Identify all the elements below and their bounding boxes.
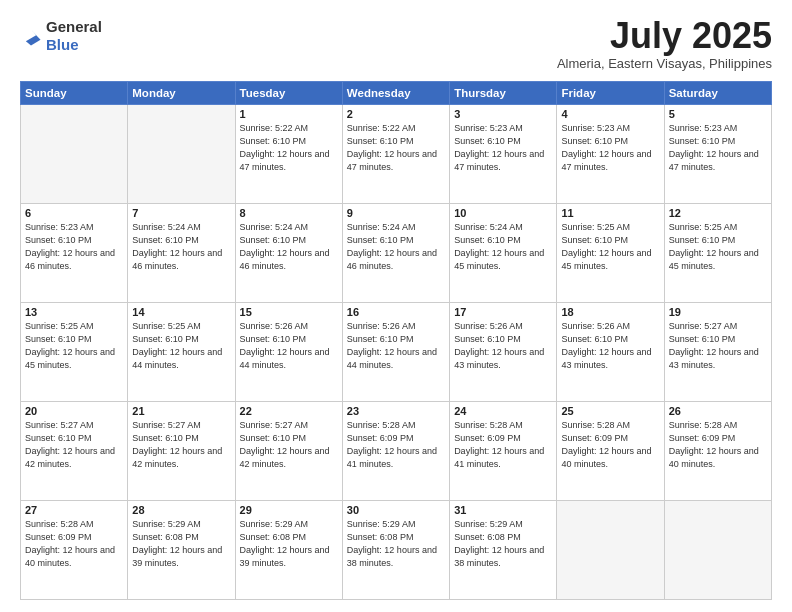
table-row: 21Sunrise: 5:27 AM Sunset: 6:10 PM Dayli… bbox=[128, 402, 235, 501]
table-row: 19Sunrise: 5:27 AM Sunset: 6:10 PM Dayli… bbox=[664, 303, 771, 402]
logo-text: General Blue bbox=[46, 18, 102, 54]
day-number: 18 bbox=[561, 306, 659, 318]
table-row bbox=[557, 501, 664, 600]
day-detail: Sunrise: 5:25 AM Sunset: 6:10 PM Dayligh… bbox=[132, 320, 230, 372]
day-number: 12 bbox=[669, 207, 767, 219]
table-row: 7Sunrise: 5:24 AM Sunset: 6:10 PM Daylig… bbox=[128, 204, 235, 303]
calendar-week-row: 1Sunrise: 5:22 AM Sunset: 6:10 PM Daylig… bbox=[21, 105, 772, 204]
table-row: 3Sunrise: 5:23 AM Sunset: 6:10 PM Daylig… bbox=[450, 105, 557, 204]
day-number: 22 bbox=[240, 405, 338, 417]
table-row: 16Sunrise: 5:26 AM Sunset: 6:10 PM Dayli… bbox=[342, 303, 449, 402]
col-monday: Monday bbox=[128, 82, 235, 105]
day-detail: Sunrise: 5:28 AM Sunset: 6:09 PM Dayligh… bbox=[347, 419, 445, 471]
day-number: 15 bbox=[240, 306, 338, 318]
day-number: 16 bbox=[347, 306, 445, 318]
table-row bbox=[21, 105, 128, 204]
table-row: 14Sunrise: 5:25 AM Sunset: 6:10 PM Dayli… bbox=[128, 303, 235, 402]
day-detail: Sunrise: 5:28 AM Sunset: 6:09 PM Dayligh… bbox=[25, 518, 123, 570]
title-block: July 2025 Almeria, Eastern Visayas, Phil… bbox=[557, 18, 772, 71]
title-location: Almeria, Eastern Visayas, Philippines bbox=[557, 56, 772, 71]
day-detail: Sunrise: 5:25 AM Sunset: 6:10 PM Dayligh… bbox=[25, 320, 123, 372]
day-number: 14 bbox=[132, 306, 230, 318]
day-detail: Sunrise: 5:26 AM Sunset: 6:10 PM Dayligh… bbox=[240, 320, 338, 372]
day-number: 7 bbox=[132, 207, 230, 219]
day-detail: Sunrise: 5:24 AM Sunset: 6:10 PM Dayligh… bbox=[347, 221, 445, 273]
day-number: 31 bbox=[454, 504, 552, 516]
day-detail: Sunrise: 5:22 AM Sunset: 6:10 PM Dayligh… bbox=[347, 122, 445, 174]
day-number: 3 bbox=[454, 108, 552, 120]
table-row: 4Sunrise: 5:23 AM Sunset: 6:10 PM Daylig… bbox=[557, 105, 664, 204]
table-row: 5Sunrise: 5:23 AM Sunset: 6:10 PM Daylig… bbox=[664, 105, 771, 204]
day-detail: Sunrise: 5:29 AM Sunset: 6:08 PM Dayligh… bbox=[240, 518, 338, 570]
logo-icon bbox=[20, 25, 42, 47]
svg-marker-1 bbox=[26, 35, 41, 45]
day-number: 9 bbox=[347, 207, 445, 219]
header: General Blue July 2025 Almeria, Eastern … bbox=[20, 18, 772, 71]
day-number: 25 bbox=[561, 405, 659, 417]
day-number: 2 bbox=[347, 108, 445, 120]
table-row: 24Sunrise: 5:28 AM Sunset: 6:09 PM Dayli… bbox=[450, 402, 557, 501]
calendar-header-row: Sunday Monday Tuesday Wednesday Thursday… bbox=[21, 82, 772, 105]
table-row: 18Sunrise: 5:26 AM Sunset: 6:10 PM Dayli… bbox=[557, 303, 664, 402]
title-month: July 2025 bbox=[557, 18, 772, 54]
day-detail: Sunrise: 5:24 AM Sunset: 6:10 PM Dayligh… bbox=[454, 221, 552, 273]
table-row: 15Sunrise: 5:26 AM Sunset: 6:10 PM Dayli… bbox=[235, 303, 342, 402]
col-thursday: Thursday bbox=[450, 82, 557, 105]
calendar-week-row: 27Sunrise: 5:28 AM Sunset: 6:09 PM Dayli… bbox=[21, 501, 772, 600]
day-number: 1 bbox=[240, 108, 338, 120]
table-row: 13Sunrise: 5:25 AM Sunset: 6:10 PM Dayli… bbox=[21, 303, 128, 402]
day-number: 19 bbox=[669, 306, 767, 318]
day-number: 23 bbox=[347, 405, 445, 417]
table-row bbox=[664, 501, 771, 600]
calendar-week-row: 6Sunrise: 5:23 AM Sunset: 6:10 PM Daylig… bbox=[21, 204, 772, 303]
table-row: 1Sunrise: 5:22 AM Sunset: 6:10 PM Daylig… bbox=[235, 105, 342, 204]
day-number: 11 bbox=[561, 207, 659, 219]
day-detail: Sunrise: 5:28 AM Sunset: 6:09 PM Dayligh… bbox=[561, 419, 659, 471]
day-detail: Sunrise: 5:25 AM Sunset: 6:10 PM Dayligh… bbox=[561, 221, 659, 273]
day-detail: Sunrise: 5:22 AM Sunset: 6:10 PM Dayligh… bbox=[240, 122, 338, 174]
day-detail: Sunrise: 5:26 AM Sunset: 6:10 PM Dayligh… bbox=[347, 320, 445, 372]
col-sunday: Sunday bbox=[21, 82, 128, 105]
page: General Blue July 2025 Almeria, Eastern … bbox=[0, 0, 792, 612]
day-number: 8 bbox=[240, 207, 338, 219]
logo-general: General bbox=[46, 18, 102, 35]
table-row: 30Sunrise: 5:29 AM Sunset: 6:08 PM Dayli… bbox=[342, 501, 449, 600]
day-detail: Sunrise: 5:27 AM Sunset: 6:10 PM Dayligh… bbox=[240, 419, 338, 471]
table-row: 27Sunrise: 5:28 AM Sunset: 6:09 PM Dayli… bbox=[21, 501, 128, 600]
day-number: 30 bbox=[347, 504, 445, 516]
col-friday: Friday bbox=[557, 82, 664, 105]
day-detail: Sunrise: 5:26 AM Sunset: 6:10 PM Dayligh… bbox=[454, 320, 552, 372]
table-row: 6Sunrise: 5:23 AM Sunset: 6:10 PM Daylig… bbox=[21, 204, 128, 303]
table-row: 17Sunrise: 5:26 AM Sunset: 6:10 PM Dayli… bbox=[450, 303, 557, 402]
day-detail: Sunrise: 5:23 AM Sunset: 6:10 PM Dayligh… bbox=[454, 122, 552, 174]
day-detail: Sunrise: 5:26 AM Sunset: 6:10 PM Dayligh… bbox=[561, 320, 659, 372]
table-row: 23Sunrise: 5:28 AM Sunset: 6:09 PM Dayli… bbox=[342, 402, 449, 501]
day-number: 28 bbox=[132, 504, 230, 516]
day-detail: Sunrise: 5:29 AM Sunset: 6:08 PM Dayligh… bbox=[132, 518, 230, 570]
day-number: 13 bbox=[25, 306, 123, 318]
day-detail: Sunrise: 5:23 AM Sunset: 6:10 PM Dayligh… bbox=[669, 122, 767, 174]
day-detail: Sunrise: 5:28 AM Sunset: 6:09 PM Dayligh… bbox=[669, 419, 767, 471]
col-tuesday: Tuesday bbox=[235, 82, 342, 105]
calendar-week-row: 20Sunrise: 5:27 AM Sunset: 6:10 PM Dayli… bbox=[21, 402, 772, 501]
table-row: 9Sunrise: 5:24 AM Sunset: 6:10 PM Daylig… bbox=[342, 204, 449, 303]
calendar-table: Sunday Monday Tuesday Wednesday Thursday… bbox=[20, 81, 772, 600]
calendar-week-row: 13Sunrise: 5:25 AM Sunset: 6:10 PM Dayli… bbox=[21, 303, 772, 402]
day-number: 5 bbox=[669, 108, 767, 120]
table-row: 8Sunrise: 5:24 AM Sunset: 6:10 PM Daylig… bbox=[235, 204, 342, 303]
day-number: 21 bbox=[132, 405, 230, 417]
table-row: 22Sunrise: 5:27 AM Sunset: 6:10 PM Dayli… bbox=[235, 402, 342, 501]
day-number: 29 bbox=[240, 504, 338, 516]
table-row: 2Sunrise: 5:22 AM Sunset: 6:10 PM Daylig… bbox=[342, 105, 449, 204]
col-wednesday: Wednesday bbox=[342, 82, 449, 105]
table-row: 28Sunrise: 5:29 AM Sunset: 6:08 PM Dayli… bbox=[128, 501, 235, 600]
day-number: 27 bbox=[25, 504, 123, 516]
day-number: 17 bbox=[454, 306, 552, 318]
day-detail: Sunrise: 5:29 AM Sunset: 6:08 PM Dayligh… bbox=[454, 518, 552, 570]
day-detail: Sunrise: 5:24 AM Sunset: 6:10 PM Dayligh… bbox=[240, 221, 338, 273]
table-row: 10Sunrise: 5:24 AM Sunset: 6:10 PM Dayli… bbox=[450, 204, 557, 303]
table-row: 11Sunrise: 5:25 AM Sunset: 6:10 PM Dayli… bbox=[557, 204, 664, 303]
table-row bbox=[128, 105, 235, 204]
day-detail: Sunrise: 5:27 AM Sunset: 6:10 PM Dayligh… bbox=[669, 320, 767, 372]
day-number: 26 bbox=[669, 405, 767, 417]
